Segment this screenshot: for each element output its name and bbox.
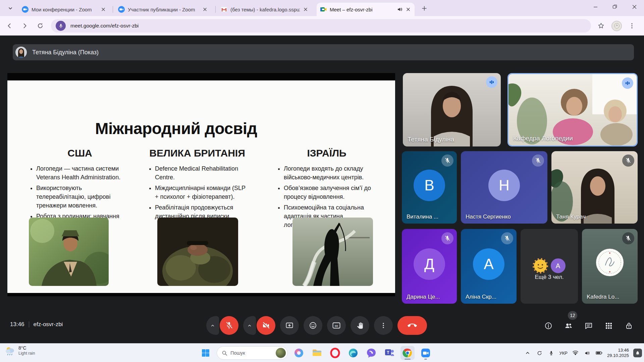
reactions-button[interactable]	[304, 316, 322, 335]
slide-bullet: Міждисциплінарні команди (SLP + психолог…	[155, 184, 246, 201]
slide-bullet: Логопеди входять до складу військово-мед…	[284, 164, 376, 182]
end-call-icon	[408, 321, 417, 330]
participant-initial: Н	[499, 177, 509, 194]
tray-mic-icon[interactable]	[547, 349, 555, 357]
participant-initial: А	[484, 256, 493, 273]
captions-button[interactable]: cc	[327, 316, 346, 335]
close-icon[interactable]	[202, 6, 208, 12]
windows-logo-icon	[201, 349, 210, 357]
participant-tile-kafedra[interactable]: Кафедра Логопедии	[507, 73, 638, 146]
url-text: meet.google.com/efz-osvr-zbi	[70, 23, 139, 29]
camera-off-button[interactable]	[257, 316, 275, 335]
search-highlight-image[interactable]	[276, 348, 286, 358]
mic-permission-icon[interactable]	[56, 21, 66, 31]
back-button[interactable]	[3, 20, 15, 32]
activities-button[interactable]	[604, 321, 614, 331]
tab-meet-active[interactable]: Meet – efz-osvr-zbi	[317, 3, 415, 16]
presenter-avatar	[15, 47, 27, 58]
edge-icon[interactable]	[346, 346, 360, 360]
end-call-button[interactable]	[397, 316, 427, 335]
more-options-button[interactable]	[374, 316, 393, 335]
mic-control	[206, 316, 238, 335]
search-icon	[222, 350, 227, 356]
participants-button[interactable]	[564, 321, 574, 331]
language-indicator[interactable]: УКР	[559, 351, 568, 356]
participant-tile-vitalina[interactable]: В Виталина ...	[402, 151, 457, 224]
participant-initial: Д	[424, 256, 434, 273]
present-button[interactable]	[280, 316, 299, 335]
notification-center-button[interactable]	[633, 349, 642, 357]
tab-audio-icon[interactable]	[397, 7, 402, 12]
viber-icon[interactable]	[364, 346, 378, 360]
mic-off-icon	[532, 155, 544, 167]
forward-button[interactable]	[19, 20, 31, 32]
raise-hand-button[interactable]	[351, 316, 369, 335]
battery-icon[interactable]	[595, 349, 603, 357]
zoom-app-icon[interactable]	[419, 346, 433, 360]
browser-profile-avatar[interactable]	[611, 21, 622, 31]
window-controls	[586, 0, 644, 13]
mic-options-button[interactable]	[206, 316, 219, 335]
participant-initial: А	[556, 262, 560, 270]
meeting-code: efz-osvr-zbi	[34, 321, 63, 328]
hand-icon	[356, 322, 364, 329]
participant-name: Дарина Це...	[407, 294, 440, 300]
tab-search-button[interactable]	[6, 4, 15, 13]
browser-toolbar: meet.google.com/efz-osvr-zbi	[0, 16, 644, 36]
new-tab-button[interactable]	[420, 4, 429, 13]
teams-icon[interactable]: T	[382, 346, 396, 360]
window-restore-button[interactable]	[605, 0, 625, 13]
start-button[interactable]	[199, 346, 213, 360]
volume-icon[interactable]	[584, 349, 591, 357]
address-bar[interactable]: meet.google.com/efz-osvr-zbi	[51, 19, 591, 33]
browser-menu-icon[interactable]	[629, 22, 635, 29]
close-icon[interactable]	[405, 6, 411, 12]
file-explorer-icon[interactable]	[310, 346, 324, 360]
chrome-running-indicator	[405, 359, 411, 360]
chat-icon	[585, 322, 593, 330]
chat-button[interactable]	[584, 321, 594, 331]
sync-icon[interactable]	[536, 349, 543, 357]
taskbar-search[interactable]: Пошук	[217, 346, 288, 360]
mic-off-button[interactable]	[220, 316, 238, 335]
meeting-info-button[interactable]	[543, 321, 553, 331]
window-minimize-button[interactable]	[586, 0, 605, 13]
svg-text:cc: cc	[335, 324, 338, 327]
close-icon[interactable]	[303, 6, 309, 12]
smiley-icon	[309, 321, 317, 329]
chrome-icon[interactable]	[400, 346, 415, 360]
host-controls-button[interactable]	[624, 321, 634, 331]
tray-chevron-up-icon[interactable]	[524, 349, 531, 357]
browser-tab-strip: Мои конференции - Zoom Участник публикац…	[0, 0, 644, 16]
participant-tile-kafedra-logo[interactable]: Kafedra Lo...	[582, 229, 638, 304]
tab-zoom-participant[interactable]: Участник публикации - Zoom	[115, 3, 211, 16]
reload-button[interactable]	[34, 20, 46, 32]
participant-tile-nastya[interactable]: Н Настя Сергиенко	[461, 151, 547, 224]
participant-tile-more[interactable]: А Ещё 3 чел.	[521, 229, 578, 304]
participant-tile-tetyana[interactable]: Тетяна Бідуліна	[403, 73, 501, 146]
tab-title: Участник публикации - Zoom	[128, 7, 199, 12]
close-icon[interactable]	[100, 6, 106, 12]
taskbar-clock[interactable]: 13:46 29.10.2025	[607, 348, 629, 358]
opera-icon[interactable]	[328, 346, 342, 360]
participant-tile-alina[interactable]: А Аліна Скр...	[461, 229, 517, 304]
camera-options-button[interactable]	[243, 316, 256, 335]
info-icon	[544, 322, 552, 330]
window-close-button[interactable]	[625, 0, 644, 13]
presenter-banner-text: Тетяна Бідуліна (Показ)	[32, 49, 99, 56]
wifi-icon[interactable]	[572, 349, 579, 357]
weather-widget[interactable]: 8°C Light rain	[5, 345, 35, 356]
participant-tile-daryna[interactable]: Д Дарина Це...	[402, 229, 457, 304]
copilot-icon[interactable]	[292, 346, 306, 360]
taskbar-center: Пошук T	[199, 346, 433, 360]
windows-taskbar: 8°C Light rain Пошук T	[0, 343, 644, 362]
tab-gmail[interactable]: (без темы) - kafedra.logo.sspu2	[217, 3, 312, 16]
bookmark-star-icon[interactable]	[597, 22, 605, 29]
mic-off-icon	[622, 155, 634, 167]
more-vertical-icon	[380, 322, 387, 329]
slide-bullet: Використовують телереабілітацію, цифрові…	[36, 184, 130, 210]
bell-icon	[635, 351, 640, 355]
participant-initial: В	[424, 177, 434, 194]
participant-tile-tanya[interactable]: Таня Курач	[551, 151, 638, 224]
tab-zoom-conferences[interactable]: Мои конференции - Zoom	[18, 3, 110, 16]
